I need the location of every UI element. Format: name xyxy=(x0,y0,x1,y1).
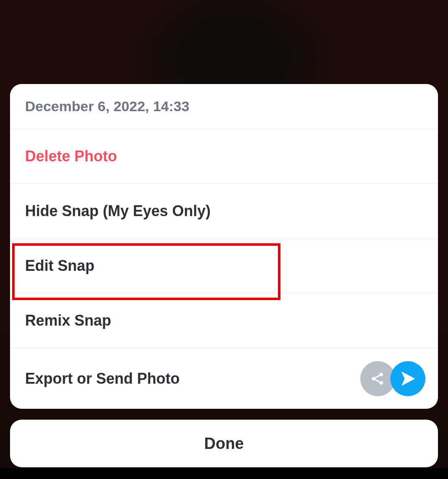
export-send-button[interactable]: Export or Send Photo xyxy=(10,348,438,409)
export-icons-group xyxy=(360,361,425,396)
edit-snap-label: Edit Snap xyxy=(25,257,425,275)
svg-line-3 xyxy=(375,375,380,378)
done-label: Done xyxy=(204,435,244,453)
options-card: December 6, 2022, 14:33 Delete Photo Hid… xyxy=(10,84,438,409)
export-send-label: Export or Send Photo xyxy=(25,370,360,387)
edit-snap-button[interactable]: Edit Snap xyxy=(10,239,438,293)
timestamp-label: December 6, 2022, 14:33 xyxy=(25,98,189,115)
remix-snap-label: Remix Snap xyxy=(25,312,425,329)
svg-line-4 xyxy=(375,379,380,382)
done-button[interactable]: Done xyxy=(10,420,438,467)
delete-photo-label: Delete Photo xyxy=(25,148,425,165)
hide-snap-button[interactable]: Hide Snap (My Eyes Only) xyxy=(10,184,438,239)
hide-snap-label: Hide Snap (My Eyes Only) xyxy=(25,202,425,220)
timestamp-header: December 6, 2022, 14:33 xyxy=(10,84,438,129)
bottom-bar xyxy=(0,468,448,479)
send-icon[interactable] xyxy=(390,361,425,396)
delete-photo-button[interactable]: Delete Photo xyxy=(10,129,438,184)
action-sheet: December 6, 2022, 14:33 Delete Photo Hid… xyxy=(10,84,438,467)
remix-snap-button[interactable]: Remix Snap xyxy=(10,293,438,348)
